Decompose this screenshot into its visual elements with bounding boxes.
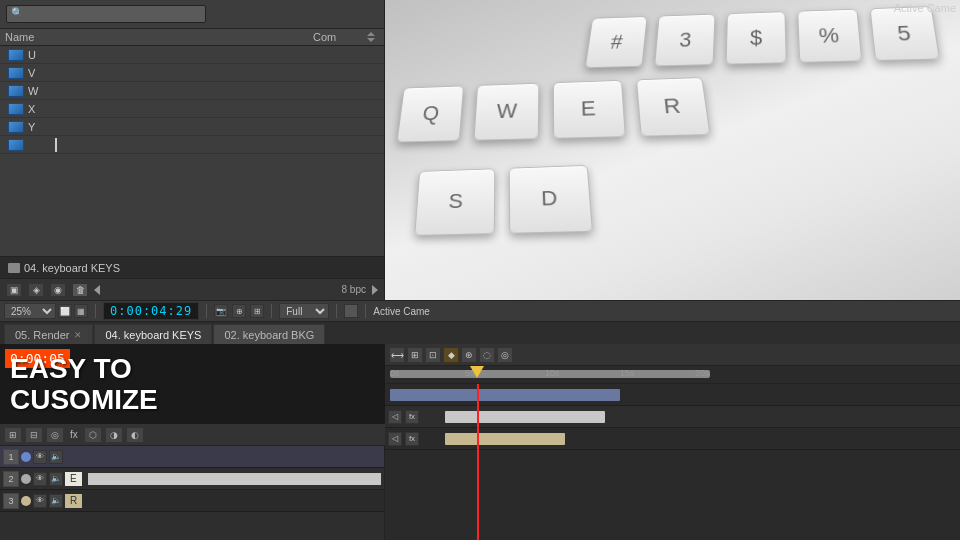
fast-preview-btn[interactable] [344,304,358,318]
tl-tool-5[interactable]: ◌ [479,347,495,363]
track2-btn1[interactable]: ◁ [388,410,402,424]
layer-name: Y [28,121,35,133]
keyboard-photo-panel: # 3 $ % 5 Q W E R S D Active Came [385,0,960,300]
collapse-btn[interactable]: ⊟ [25,427,43,443]
motion-blur-btn[interactable]: ◑ [105,427,123,443]
layer-num-3: 3 [3,493,19,509]
tab-keyboard-keys-label: 04. keyboard KEYS [105,329,201,341]
composition-tabs: 05. Render ✕ 04. keyboard KEYS 02. keybo… [0,322,960,344]
active-camera-label: Active Came [890,0,960,16]
adjustment-btn[interactable]: ◐ [126,427,144,443]
comment-col-header: Com [313,31,363,43]
track-bar-2 [445,411,605,423]
preview-area: 0:00:05 EASY TOCUSOMIZE [0,344,385,424]
ruler-area[interactable]: 0s 5s 10s 15s 20s [385,366,960,384]
list-item[interactable]: W [0,82,384,100]
track-bar-1 [390,389,620,401]
expand-all-btn[interactable]: ⊞ [4,427,22,443]
video-switch-1[interactable]: 👁 [33,450,47,464]
timeline-tool-btns: ⟷ ⊞ ⊡ ◆ ⊛ ◌ ◎ [385,347,517,363]
trash-icon[interactable]: 🗑 [72,283,88,297]
tab-close-icon[interactable]: ✕ [74,330,82,340]
timeline-tracks: ◁ fx ◁ fx [385,384,960,540]
tl-tool-keyframe[interactable]: ◆ [443,347,459,363]
sort-arrows[interactable] [363,32,379,42]
tl-tool-2[interactable]: ⊞ [407,347,423,363]
video-switch-3[interactable]: 👁 [33,494,47,508]
layer-ctrl-row-2: 2 👁 🔈 E [0,468,384,490]
track2-fx-btn[interactable]: fx [405,410,419,424]
key-3: 3 [654,14,715,67]
layer-list: U V W X Y [0,46,384,256]
divider [271,304,272,318]
track3-fx-btn[interactable]: fx [405,432,419,446]
prev-frame-icon[interactable] [94,285,100,295]
layer-icon-btn[interactable]: ◈ [28,283,44,297]
track3-btn1[interactable]: ◁ [388,432,402,446]
top-area: 🔍 Name Com U V W [0,0,960,300]
next-frame-icon[interactable] [372,285,378,295]
tab-keyboard-keys[interactable]: 04. keyboard KEYS [94,324,212,344]
audio-switch-2[interactable]: 🔈 [49,472,63,486]
tab-render[interactable]: 05. Render ✕ [4,324,93,344]
layer-num-2: 2 [3,471,19,487]
tl-tool-4[interactable]: ⊛ [461,347,477,363]
guide-btn[interactable]: ⊕ [232,304,246,318]
video-switch-2[interactable]: 👁 [33,472,47,486]
blend-mode-btn[interactable]: ⬡ [84,427,102,443]
pixel-aspect-btn[interactable]: ▦ [74,304,88,318]
camera-icon-btn[interactable]: 📷 [214,304,228,318]
folder-icon [8,263,20,273]
ruler-mark-20s: 20s [695,368,710,378]
bpc-label: 8 bpc [342,284,366,295]
key-q: Q [396,86,464,143]
solo-icon-btn[interactable]: ◉ [50,283,66,297]
viewer-toolbar: 25% 50% 100% ⬜ ▦ 0:00:04:29 📷 ⊕ ⊞ Full H… [0,300,960,322]
key-s: S [414,168,495,236]
tl-tool-1[interactable]: ⟷ [389,347,405,363]
fit-view-btn[interactable]: ⬜ [58,304,72,318]
active-folder-content: 04. keyboard KEYS [8,262,120,274]
list-item[interactable]: U [0,46,384,64]
timeline-track-3[interactable]: ◁ fx [385,428,960,450]
tl-tool-6[interactable]: ◎ [497,347,513,363]
key-e: E [553,80,626,139]
timeline-track-1[interactable] [385,384,960,406]
list-item[interactable]: V [0,64,384,82]
solo-switch-btn[interactable]: ◎ [46,427,64,443]
middle-letter-row: S D [414,165,593,236]
list-item[interactable]: X [0,100,384,118]
timeline-track-2[interactable]: ◁ fx [385,406,960,428]
tab-render-label: 05. Render [15,329,69,341]
key-w: W [474,83,540,141]
tl-tool-3[interactable]: ⊡ [425,347,441,363]
list-item[interactable] [0,136,384,154]
sort-down-icon [367,38,375,42]
search-input[interactable] [6,5,206,23]
timeline-right-panel: ⟷ ⊞ ⊡ ◆ ⊛ ◌ ◎ 0s 5s 10s 15s 20s [385,344,960,540]
key-dollar: $ [726,11,787,64]
key-d: D [509,165,593,234]
audio-switch-3[interactable]: 🔈 [49,494,63,508]
layer-color-3 [21,496,31,506]
layer-name: W [28,85,38,97]
audio-switch-1[interactable]: 🔈 [49,450,63,464]
layer-label-e: E [65,472,82,486]
tab-keyboard-bkg[interactable]: 02. keyboard BKG [213,324,325,344]
top-letter-row: Q W E R [396,77,710,143]
key-percent: % [797,9,862,63]
timeline-toolbar: ⟷ ⊞ ⊡ ◆ ⊛ ◌ ◎ [385,344,960,366]
list-item[interactable]: Y [0,118,384,136]
layer-name: X [28,103,35,115]
zoom-select[interactable]: 25% 50% 100% [4,303,56,319]
grid-btn[interactable]: ⊞ [250,304,264,318]
fx-label: fx [67,429,81,440]
composition-icon[interactable]: ▣ [6,283,22,297]
sort-up-icon [367,32,375,36]
active-camera-toolbar-label: Active Came [373,306,430,317]
quality-select[interactable]: Full Half Quarter [279,303,329,319]
timecode-display[interactable]: 0:00:04:29 [103,302,199,320]
keyboard-bg: # 3 $ % 5 Q W E R S D [385,0,960,300]
layer-num-1: 1 [3,449,19,465]
layer-name: V [28,67,35,79]
